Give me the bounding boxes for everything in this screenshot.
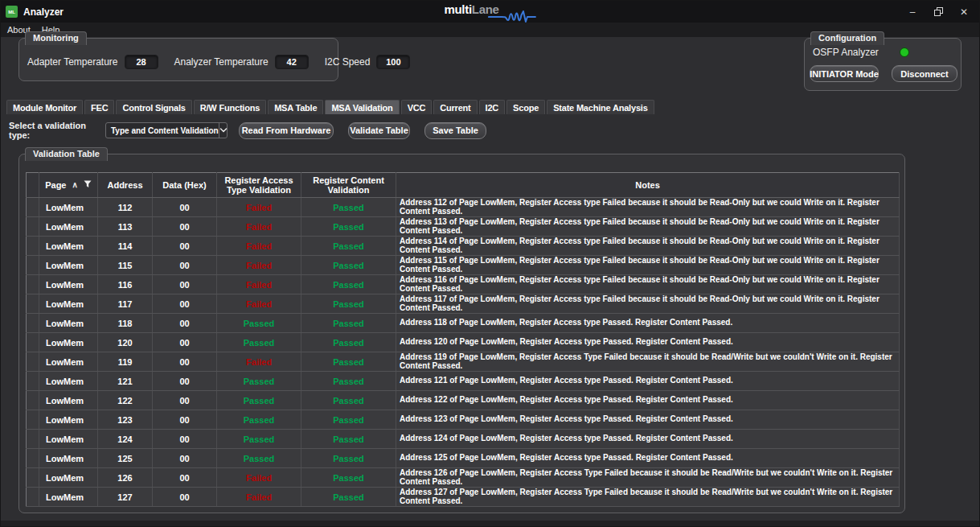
tab-i2c[interactable]: I2C	[479, 100, 506, 114]
cell-address: 113	[98, 217, 153, 237]
cell-address: 120	[98, 333, 153, 352]
table-row[interactable]: LowMem12600FailedPassedAddress 126 of Pa…	[27, 468, 900, 488]
table-row[interactable]: LowMem12700FailedPassedAddress 127 of Pa…	[27, 488, 900, 507]
cell-data-hex: 00	[153, 217, 217, 237]
row-selector[interactable]	[27, 391, 39, 410]
tab-scope[interactable]: Scope	[506, 100, 545, 114]
header-page-label: Page	[45, 180, 66, 190]
minimize-icon[interactable]: –	[902, 3, 923, 21]
row-selector[interactable]	[27, 275, 39, 294]
read-from-hardware-button[interactable]: Read From Hardware	[239, 122, 334, 139]
close-icon[interactable]: ✕	[953, 3, 974, 21]
table-row[interactable]: LowMem11200FailedPassedAddress 112 of Pa…	[27, 198, 900, 217]
validation-type-dropdown[interactable]: Type and Content Validation	[105, 122, 228, 138]
tab-strip: Module Monitor FEC Control Signals R/W F…	[6, 100, 656, 114]
cell-notes: Address 126 of Page LowMem, Register Acc…	[396, 468, 900, 488]
tab-fec[interactable]: FEC	[84, 100, 114, 114]
cell-address: 116	[98, 275, 153, 294]
cell-page: LowMem	[39, 314, 98, 333]
monitoring-fields: Adapter Temperature 28 Analyzer Temperat…	[27, 55, 410, 69]
row-selector[interactable]	[27, 256, 39, 275]
table-row[interactable]: LowMem11400FailedPassedAddress 114 of Pa…	[27, 237, 900, 256]
window-controls: – ✕	[902, 1, 974, 23]
cell-data-hex: 00	[153, 391, 217, 410]
cell-content-validation: Passed	[301, 217, 396, 237]
restore-icon[interactable]	[928, 3, 949, 21]
cell-page: LowMem	[39, 294, 98, 314]
sort-ascending-icon[interactable]: ∧	[72, 182, 77, 188]
cell-notes: Address 123 of Page LowMem, Register Acc…	[396, 410, 900, 430]
cell-page: LowMem	[39, 391, 98, 410]
row-selector[interactable]	[27, 198, 39, 217]
tab-msa-validation[interactable]: MSA Validation	[325, 100, 399, 114]
header-data-hex[interactable]: Data (Hex)	[153, 173, 217, 198]
table-row[interactable]: LowMem12100PassedPassedAddress 121 of Pa…	[27, 372, 900, 391]
table-row[interactable]: LowMem11300FailedPassedAddress 113 of Pa…	[27, 217, 900, 237]
header-notes[interactable]: Notes	[396, 173, 900, 198]
cell-access-validation: Failed	[217, 256, 301, 275]
cell-access-validation: Passed	[217, 372, 301, 391]
analyzer-temperature-field[interactable]: 42	[275, 55, 309, 69]
osfp-analyzer-label: OSFP Analyzer	[813, 47, 879, 58]
cell-data-hex: 00	[153, 314, 217, 333]
table-row[interactable]: LowMem12400PassedPassedAddress 124 of Pa…	[27, 430, 900, 449]
header-selector	[27, 173, 39, 198]
table-row[interactable]: LowMem11500FailedPassedAddress 115 of Pa…	[27, 256, 900, 275]
adapter-temperature-field[interactable]: 28	[125, 55, 158, 69]
tab-msa-table[interactable]: MSA Table	[268, 100, 323, 114]
cell-data-hex: 00	[153, 468, 217, 488]
row-selector[interactable]	[27, 237, 39, 256]
table-row[interactable]: LowMem11900FailedPassedAddress 119 of Pa…	[27, 352, 900, 372]
table-row[interactable]: LowMem12000PassedPassedAddress 120 of Pa…	[27, 333, 900, 352]
tab-vcc[interactable]: VCC	[401, 100, 433, 114]
table-row[interactable]: LowMem11700FailedPassedAddress 117 of Pa…	[27, 294, 900, 314]
tab-module-monitor[interactable]: Module Monitor	[6, 100, 83, 114]
row-selector[interactable]	[27, 352, 39, 372]
tab-current[interactable]: Current	[433, 100, 477, 114]
filter-icon[interactable]	[84, 180, 92, 190]
table-row[interactable]: LowMem11600FailedPassedAddress 116 of Pa…	[27, 275, 900, 294]
cell-content-validation: Passed	[301, 333, 396, 352]
row-selector[interactable]	[27, 217, 39, 237]
header-register-access[interactable]: Register Access Type Validation	[217, 173, 301, 198]
i2c-speed-field[interactable]: 100	[376, 55, 410, 69]
configuration-label: Configuration	[810, 31, 884, 45]
validate-table-button[interactable]: Validate Table	[348, 122, 410, 139]
table-row[interactable]: LowMem12300PassedPassedAddress 123 of Pa…	[27, 410, 900, 430]
row-selector[interactable]	[27, 294, 39, 314]
tab-control-signals[interactable]: Control Signals	[116, 100, 191, 114]
table-row[interactable]: LowMem12200PassedPassedAddress 122 of Pa…	[27, 391, 900, 410]
cell-page: LowMem	[39, 488, 98, 507]
disconnect-button[interactable]: Disconnect	[892, 65, 957, 82]
row-selector[interactable]	[27, 372, 39, 391]
chevron-down-icon	[219, 123, 228, 138]
initiator-mode-button[interactable]: INITIATOR Mode	[810, 65, 879, 82]
table-row[interactable]: LowMem12500PassedPassedAddress 125 of Pa…	[27, 449, 900, 468]
save-table-button[interactable]: Save Table	[424, 122, 486, 139]
cell-access-validation: Failed	[217, 488, 301, 507]
cell-content-validation: Passed	[301, 449, 396, 468]
header-address[interactable]: Address	[98, 173, 153, 198]
cell-page: LowMem	[39, 237, 98, 256]
cell-address: 119	[98, 352, 153, 372]
cell-page: LowMem	[39, 275, 98, 294]
row-selector[interactable]	[27, 488, 39, 507]
table-row[interactable]: LowMem11800PassedPassedAddress 118 of Pa…	[27, 314, 900, 333]
row-selector[interactable]	[27, 449, 39, 468]
tab-rw-functions[interactable]: R/W Functions	[194, 100, 266, 114]
row-selector[interactable]	[27, 333, 39, 352]
header-page[interactable]: Page ∧	[39, 173, 98, 198]
row-selector[interactable]	[27, 410, 39, 430]
cell-content-validation: Passed	[301, 237, 396, 256]
cell-notes: Address 116 of Page LowMem, Register Acc…	[396, 275, 900, 294]
cell-data-hex: 00	[153, 256, 217, 275]
cell-notes: Address 125 of Page LowMem, Register Acc…	[396, 449, 900, 468]
tab-state-machine-analysis[interactable]: State Machine Analysis	[547, 100, 654, 114]
logo-text-multi: multi	[444, 2, 471, 16]
cell-page: LowMem	[39, 468, 98, 488]
row-selector[interactable]	[27, 314, 39, 333]
row-selector[interactable]	[27, 468, 39, 488]
header-register-content[interactable]: Register Content Validation	[301, 173, 396, 198]
cell-data-hex: 00	[153, 430, 217, 449]
row-selector[interactable]	[27, 430, 39, 449]
